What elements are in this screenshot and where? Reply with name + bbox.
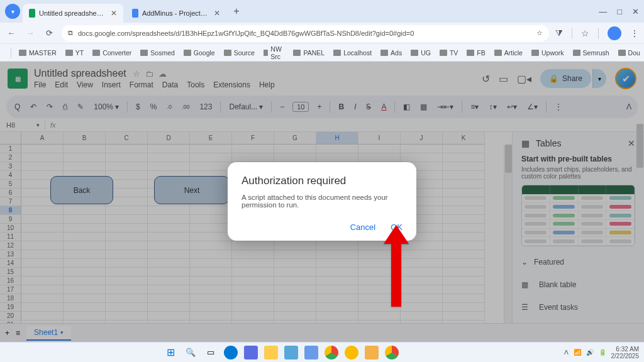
minimize-icon[interactable]: —: [599, 7, 607, 16]
modal-overlay: Authorization required A script attached…: [0, 62, 644, 342]
folder-icon: [411, 50, 418, 56]
bookmark-folder[interactable]: Converter: [89, 48, 135, 58]
tab-title: Untitled spreadsheet - Google: [39, 9, 104, 17]
bookmark-folder[interactable]: Semrush: [570, 48, 613, 58]
folder-icon: [467, 50, 474, 56]
chrome-tab-strip: ▾ Untitled spreadsheet - Google ✕ AddMin…: [0, 0, 644, 23]
clock[interactable]: 6:32 AM 2/22/2025: [611, 346, 640, 359]
dialog-body: A script attached to this document needs…: [242, 194, 402, 209]
bookmark-folder[interactable]: Google: [180, 48, 218, 58]
volume-icon[interactable]: 🔊: [586, 349, 594, 356]
bookmark-folder[interactable]: Dou: [615, 48, 643, 58]
bookmark-folder[interactable]: Article: [491, 48, 526, 58]
tray-chevron-icon[interactable]: ᐱ: [564, 349, 569, 356]
bookmarks-bar: MASTER YT Converter Sosmed Google Source…: [0, 44, 644, 62]
folder-icon: [618, 50, 626, 56]
folder-icon: [19, 50, 26, 56]
folder-icon: [531, 50, 539, 56]
task-view-icon[interactable]: ▭: [204, 346, 218, 359]
bookmark-folder[interactable]: TV: [436, 48, 461, 58]
cancel-button[interactable]: Cancel: [350, 222, 375, 232]
apps-favicon: [132, 9, 138, 18]
authorization-dialog: Authorization required A script attached…: [228, 162, 416, 241]
bookmark-folder[interactable]: YT: [62, 48, 87, 58]
folder-icon: [140, 50, 148, 56]
bookmark-folder[interactable]: UG: [408, 48, 434, 58]
wifi-icon[interactable]: 📶: [574, 349, 581, 356]
sheets-app: ▦ Untitled spreadsheet ☆ 🗀 ☁ File Edit V…: [0, 62, 644, 342]
address-bar: ← → ⟳ ⧉ docs.google.com/spreadsheets/d/1…: [0, 23, 644, 44]
folder-icon: [264, 50, 268, 56]
apps-grid-icon[interactable]: [5, 48, 6, 57]
extensions-icon[interactable]: ⧩: [555, 28, 563, 38]
reload-icon[interactable]: ⟳: [43, 28, 55, 38]
close-window-icon[interactable]: ✕: [632, 7, 639, 16]
app-icon[interactable]: [304, 346, 318, 359]
search-icon[interactable]: 🔍: [184, 346, 197, 359]
folder-icon: [440, 50, 447, 56]
app-icon[interactable]: [365, 346, 379, 359]
folder-icon: [184, 50, 191, 56]
dialog-title: Authorization required: [242, 175, 402, 187]
tab-title: AddMinus - Project Editor - Ap: [142, 9, 208, 17]
url-field[interactable]: ⧉ docs.google.com/spreadsheets/d/1B3hHEp…: [62, 25, 549, 41]
bookmark-folder[interactable]: Source: [221, 48, 258, 58]
bookmark-folder[interactable]: Localhost: [330, 48, 375, 58]
close-tab-icon[interactable]: ✕: [111, 9, 117, 18]
folder-icon: [224, 50, 231, 56]
sheets-favicon: [29, 9, 35, 18]
profile-avatar[interactable]: [608, 26, 621, 40]
bookmark-folder[interactable]: NW Src: [260, 44, 288, 62]
bookmark-folder[interactable]: MASTER: [16, 48, 60, 58]
chrome-canary-icon[interactable]: [345, 346, 358, 359]
folder-icon: [92, 50, 100, 56]
window-controls: — □ ✕: [599, 7, 639, 16]
bookmark-folder[interactable]: Sosmed: [137, 48, 178, 58]
app-icon[interactable]: [224, 346, 238, 359]
folder-icon: [494, 50, 502, 56]
chrome-icon[interactable]: [325, 346, 338, 359]
chrome-icon[interactable]: [385, 346, 399, 359]
close-tab-icon[interactable]: ✕: [214, 9, 220, 18]
explorer-icon[interactable]: [264, 346, 278, 359]
folder-icon: [573, 50, 580, 56]
chrome-menu-icon[interactable]: ⋮: [630, 28, 639, 38]
browser-tab-active[interactable]: Untitled spreadsheet - Google ✕: [23, 4, 123, 23]
folder-icon: [65, 50, 73, 56]
browser-tab[interactable]: AddMinus - Project Editor - Ap ✕: [126, 4, 226, 23]
folder-icon: [293, 50, 301, 56]
tab-search-button[interactable]: ▾: [5, 4, 20, 19]
folder-icon: [380, 50, 388, 56]
ok-button[interactable]: OK: [391, 222, 402, 232]
app-icon[interactable]: [244, 346, 258, 359]
start-button[interactable]: ⊞: [164, 346, 177, 359]
folder-icon: [333, 50, 341, 56]
app-icon[interactable]: [284, 346, 298, 359]
bookmark-folder[interactable]: Upwork: [528, 48, 567, 58]
maximize-icon[interactable]: □: [617, 7, 622, 16]
windows-taskbar: ⊞ 🔍 ▭ ᐱ 📶 🔊 🔋 6:32 AM 2/22/2025: [0, 342, 644, 362]
bookmark-folder[interactable]: Ads: [377, 48, 405, 58]
bookmark-folder[interactable]: FB: [464, 48, 488, 58]
favorite-icon[interactable]: ☆: [581, 28, 589, 38]
new-tab-button[interactable]: +: [229, 4, 244, 19]
forward-icon[interactable]: →: [24, 28, 36, 38]
site-info-icon[interactable]: ⧉: [68, 29, 73, 37]
url-text: docs.google.com/spreadsheets/d/1B3hHEpz1…: [78, 30, 414, 37]
bookmark-star-icon[interactable]: ☆: [536, 29, 543, 37]
back-icon[interactable]: ←: [5, 28, 18, 38]
battery-icon[interactable]: 🔋: [599, 349, 606, 356]
bookmark-folder[interactable]: PANEL: [290, 48, 328, 58]
